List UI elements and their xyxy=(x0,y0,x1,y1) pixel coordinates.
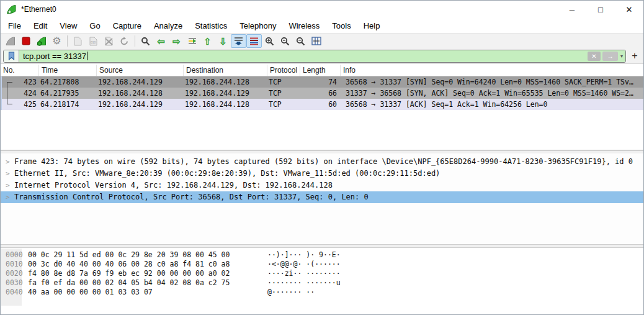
detail-row-frame[interactable]: >Frame 423: 74 bytes on wire (592 bits),… xyxy=(1,156,643,168)
hex-row[interactable]: 000000 0c 29 11 5d ed 00 0c 29 8e 20 39 … xyxy=(1,250,643,260)
hex-offset: 0010 xyxy=(1,260,28,269)
expand-chevron-icon[interactable]: > xyxy=(6,156,14,168)
toolbar-separator xyxy=(135,35,135,47)
go-first-packet-icon[interactable]: ⇧ xyxy=(200,34,215,48)
open-file-icon[interactable] xyxy=(70,34,86,48)
column-header-source[interactable]: Source xyxy=(97,65,184,76)
column-header-length[interactable]: Length xyxy=(300,65,341,76)
hex-ascii: ····zi·· ········ xyxy=(267,269,341,278)
hex-dump-pane: 000000 0c 29 11 5d ed 00 0c 29 8e 20 39 … xyxy=(1,248,643,315)
packet-time: 64.217935 xyxy=(39,88,97,99)
go-forward-icon[interactable]: ⇨ xyxy=(169,34,184,48)
packet-length: 74 xyxy=(300,76,341,88)
packet-time: 64.217808 xyxy=(39,76,97,88)
zoom-original-icon[interactable] xyxy=(293,34,308,48)
menu-capture[interactable]: Capture xyxy=(107,19,148,32)
resize-columns-icon[interactable] xyxy=(308,34,324,48)
menu-go[interactable]: Go xyxy=(83,19,106,32)
column-header-destination[interactable]: Destination xyxy=(184,65,267,76)
packet-length: 66 xyxy=(300,88,341,99)
detail-row-ip[interactable]: >Internet Protocol Version 4, Src: 192.1… xyxy=(1,180,643,191)
minimize-button[interactable]: – xyxy=(558,1,586,18)
save-file-icon[interactable]: 010 xyxy=(86,34,101,48)
menu-telephony[interactable]: Telephony xyxy=(233,19,282,32)
detail-text: Transmission Control Protocol, Src Port:… xyxy=(14,193,369,201)
packet-row-424[interactable]: 424 64.217935 192.168.244.128 192.168.24… xyxy=(1,88,643,99)
hex-row[interactable]: 0020f4 80 8e d8 7a 69 f9 eb ec 92 00 00 … xyxy=(1,269,643,278)
packet-source: 192.168.244.129 xyxy=(97,99,184,110)
hex-row[interactable]: 0030fa f0 ef da 00 00 02 04 05 b4 04 02 … xyxy=(1,278,643,288)
zoom-out-icon[interactable] xyxy=(277,34,293,48)
hex-bytes: 00 0c 29 11 5d ed 00 0c 29 8e 20 39 08 0… xyxy=(28,250,267,260)
packet-no: 424 xyxy=(1,88,39,99)
filter-apply-button[interactable]: → xyxy=(602,52,618,61)
main-toolbar: ⚙ 010 ⇦ ⇨ ⇧ ⇩ xyxy=(1,33,643,48)
menu-file[interactable]: File xyxy=(2,19,27,32)
hex-row[interactable]: 001000 3c d0 40 40 00 40 06 00 28 c0 a8 … xyxy=(1,260,643,269)
menu-tools[interactable]: Tools xyxy=(326,19,357,32)
detail-row-tcp-selected[interactable]: >Transmission Control Protocol, Src Port… xyxy=(1,191,643,203)
menu-statistics[interactable]: Statistics xyxy=(189,19,233,32)
auto-scroll-icon[interactable] xyxy=(231,34,246,48)
packet-details-pane: >Frame 423: 74 bytes on wire (592 bits),… xyxy=(1,153,643,244)
go-to-packet-icon[interactable] xyxy=(184,34,200,48)
bookmark-icon xyxy=(8,52,15,60)
start-capture-icon[interactable] xyxy=(2,34,18,48)
colorize-packets-icon[interactable] xyxy=(246,34,262,48)
menu-analyze[interactable]: Analyze xyxy=(148,19,189,32)
capture-options-icon[interactable]: ⚙ xyxy=(49,34,65,48)
svg-text:010: 010 xyxy=(91,40,96,44)
close-file-icon[interactable] xyxy=(101,34,117,48)
expand-chevron-icon[interactable]: > xyxy=(6,168,14,180)
find-packet-icon[interactable] xyxy=(138,34,153,48)
column-header-no[interactable]: No. xyxy=(1,65,39,76)
detail-text: Ethernet II, Src: VMware_8e:20:39 (00:0c… xyxy=(14,169,440,178)
go-back-icon[interactable]: ⇦ xyxy=(153,34,169,48)
title-bar: *Ethernet0 – □ ✕ xyxy=(1,1,643,18)
display-filter-field: tcp.port == 31337 ✕ → ▾ xyxy=(3,50,626,63)
column-header-time[interactable]: Time xyxy=(39,65,97,76)
reload-capture-icon[interactable] xyxy=(117,34,132,48)
menu-view[interactable]: View xyxy=(53,19,83,32)
packet-source: 192.168.244.128 xyxy=(97,88,184,99)
hex-bytes: f4 80 8e d8 7a 69 f9 eb ec 92 00 00 00 0… xyxy=(28,269,267,278)
filter-clear-button[interactable]: ✕ xyxy=(588,52,601,61)
filter-text: tcp.port == 31337 xyxy=(23,52,86,61)
hex-offset: 0020 xyxy=(1,269,28,278)
expand-chevron-icon[interactable]: > xyxy=(6,191,14,203)
filter-bookmark-button[interactable] xyxy=(4,50,19,62)
packet-time: 64.218174 xyxy=(39,99,97,110)
column-header-info[interactable]: Info xyxy=(341,65,643,76)
menu-wireless[interactable]: Wireless xyxy=(282,19,326,32)
zoom-in-icon[interactable] xyxy=(262,34,277,48)
detail-text: Internet Protocol Version 4, Src: 192.16… xyxy=(14,181,333,189)
packet-no: 425 xyxy=(1,99,39,110)
packet-row-425[interactable]: 425 64.218174 192.168.244.129 192.168.24… xyxy=(1,99,643,110)
display-filter-input[interactable]: tcp.port == 31337 xyxy=(19,50,588,62)
go-last-packet-icon[interactable]: ⇩ xyxy=(215,34,231,48)
hex-bytes: 40 aa 00 00 00 00 01 03 03 07 xyxy=(28,288,267,297)
detail-row-ethernet[interactable]: >Ethernet II, Src: VMware_8e:20:39 (00:0… xyxy=(1,168,643,180)
menu-help[interactable]: Help xyxy=(357,19,387,32)
packet-info: 36568 → 31337 [ACK] Seq=1 Ack=1 Win=6425… xyxy=(341,99,643,110)
column-header-protocol[interactable]: Protocol xyxy=(267,65,300,76)
hex-row[interactable]: 004040 aa 00 00 00 00 01 03 03 07@······… xyxy=(1,288,643,297)
packet-info: 36568 → 31337 [SYN] Seq=0 Win=64240 Len=… xyxy=(341,76,643,88)
packet-destination: 192.168.244.128 xyxy=(184,99,267,110)
restart-capture-icon[interactable] xyxy=(34,34,49,48)
expand-chevron-icon[interactable]: > xyxy=(6,180,14,191)
packet-no: 423 xyxy=(1,76,39,88)
packet-destination: 192.168.244.128 xyxy=(184,76,267,88)
menu-edit[interactable]: Edit xyxy=(27,19,53,32)
hex-offset: 0000 xyxy=(1,250,28,260)
close-button[interactable]: ✕ xyxy=(615,1,643,18)
maximize-button[interactable]: □ xyxy=(586,1,615,18)
packet-row-423[interactable]: 423 64.217808 192.168.244.129 192.168.24… xyxy=(1,76,643,88)
stop-capture-icon[interactable] xyxy=(18,34,34,48)
filter-bar: tcp.port == 31337 ✕ → ▾ + xyxy=(1,48,643,64)
filter-add-button[interactable]: + xyxy=(628,50,641,63)
hex-ascii: ········ ·······u xyxy=(267,278,341,288)
packet-list-pane: No. Time Source Destination Protocol Len… xyxy=(1,65,643,150)
hex-bytes: 00 3c d0 40 40 00 40 06 00 28 c0 a8 f4 8… xyxy=(28,260,267,269)
filter-dropdown-icon[interactable]: ▾ xyxy=(620,53,623,59)
